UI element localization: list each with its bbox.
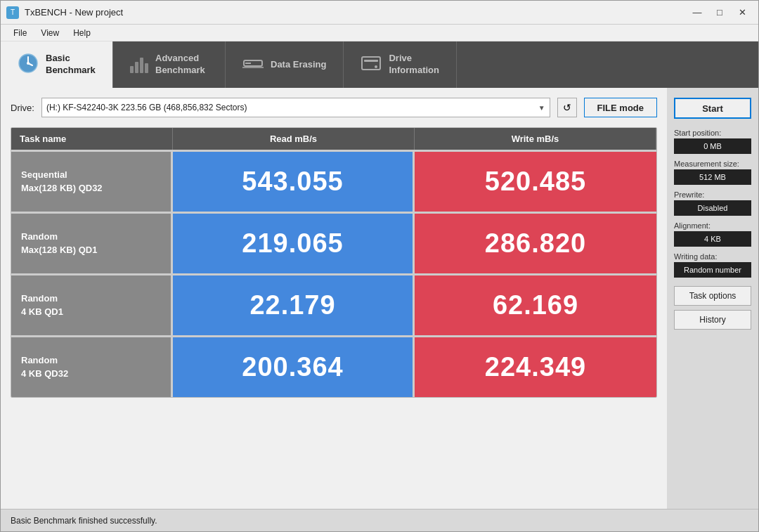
read-value-sequential: 543.055 (173, 152, 415, 212)
prewrite-label: Prewrite: (674, 190, 751, 199)
tab-bar: Basic Benchmark Advanced Benchmark (1, 41, 758, 88)
start-position-label: Start position: (674, 129, 751, 137)
menu-file[interactable]: File (6, 27, 34, 39)
table-row: SequentialMax(128 KB) QD32 543.055 520.4… (11, 150, 656, 212)
header-read: Read mB/s (173, 128, 415, 150)
benchmark-table: Task name Read mB/s Write mB/s Sequentia… (11, 127, 657, 398)
table-row: Random4 KB QD1 22.179 62.169 (11, 273, 656, 335)
svg-point-9 (375, 65, 377, 68)
tab-basic-benchmark-label: Basic Benchmark (46, 53, 96, 77)
maximize-button[interactable]: □ (709, 5, 730, 20)
prewrite-value: Disabled (674, 200, 751, 216)
svg-point-3 (27, 62, 30, 65)
chevron-down-icon: ▼ (538, 104, 545, 112)
header-task-name: Task name (11, 128, 173, 150)
drive-dropdown[interactable]: (H:) KF-S42240-3K 223.56 GB (468,856,832… (41, 98, 550, 117)
menu-bar: File View Help (1, 25, 758, 41)
svg-rect-8 (364, 60, 378, 62)
svg-rect-7 (362, 57, 380, 70)
tab-advanced-benchmark-label: Advanced Benchmark (155, 53, 205, 77)
status-message: Basic Benchmark finished successfully. (11, 516, 157, 526)
window-title: TxBENCH - New project (25, 7, 123, 18)
start-button[interactable]: Start (674, 98, 751, 119)
alignment-value: 4 KB (674, 231, 751, 247)
task-name-random-128k: RandomMax(128 KB) QD1 (11, 214, 173, 273)
write-value-random-4k-qd32: 224.349 (415, 337, 656, 397)
drive-refresh-button[interactable]: ↺ (557, 98, 577, 117)
clock-icon (18, 53, 39, 77)
tab-data-erasing[interactable]: Data Erasing (226, 41, 344, 88)
header-write: Write mB/s (415, 128, 656, 150)
writing-data-label: Writing data: (674, 252, 751, 261)
drive-bar: Drive: (H:) KF-S42240-3K 223.56 GB (468,… (11, 98, 657, 117)
bar-chart-icon (130, 56, 148, 73)
tab-advanced-benchmark[interactable]: Advanced Benchmark (113, 41, 226, 88)
tab-data-erasing-label: Data Erasing (271, 59, 326, 71)
file-mode-button[interactable]: FILE mode (584, 98, 657, 117)
read-value-random-128k: 219.065 (173, 214, 415, 273)
table-header: Task name Read mB/s Write mB/s (11, 128, 656, 150)
write-value-sequential: 520.485 (415, 152, 656, 212)
alignment-label: Alignment: (674, 221, 751, 230)
drive-select-value: (H:) KF-S42240-3K 223.56 GB (468,856,832… (46, 103, 247, 112)
erase-icon (242, 55, 264, 74)
measurement-size-label: Measurement size: (674, 160, 751, 168)
table-row: Random4 KB QD32 200.364 224.349 (11, 335, 656, 397)
app-icon: T (6, 6, 19, 19)
write-value-random-128k: 286.820 (415, 214, 656, 273)
writing-data-value: Random number (674, 262, 751, 278)
task-name-random-4k-qd32: Random4 KB QD32 (11, 337, 173, 397)
tab-basic-benchmark[interactable]: Basic Benchmark (1, 41, 113, 88)
read-value-random-4k-qd1: 22.179 (173, 275, 415, 335)
status-bar: Basic Benchmark finished successfully. (1, 509, 758, 531)
drive-label: Drive: (11, 103, 34, 113)
menu-view[interactable]: View (34, 27, 66, 39)
drive-icon (361, 54, 382, 75)
table-row: RandomMax(128 KB) QD1 219.065 286.820 (11, 212, 656, 273)
task-options-button[interactable]: Task options (674, 286, 751, 306)
minimize-button[interactable]: — (687, 5, 708, 20)
history-button[interactable]: History (674, 310, 751, 330)
measurement-size-value: 512 MB (674, 169, 751, 185)
close-button[interactable]: ✕ (732, 5, 753, 20)
read-value-random-4k-qd32: 200.364 (173, 337, 415, 397)
sidebar: Start Start position: 0 MB Measurement s… (667, 88, 758, 509)
task-name-sequential: SequentialMax(128 KB) QD32 (11, 152, 173, 212)
main-panel: Drive: (H:) KF-S42240-3K 223.56 GB (468,… (1, 88, 667, 509)
content-area: Drive: (H:) KF-S42240-3K 223.56 GB (468,… (1, 88, 758, 509)
menu-help[interactable]: Help (66, 27, 98, 39)
tab-drive-information-label: Drive Information (389, 53, 439, 77)
title-bar: T TxBENCH - New project — □ ✕ (1, 1, 758, 25)
task-name-random-4k-qd1: Random4 KB QD1 (11, 275, 173, 335)
start-position-value: 0 MB (674, 138, 751, 154)
write-value-random-4k-qd1: 62.169 (415, 275, 656, 335)
tab-drive-information[interactable]: Drive Information (344, 41, 457, 88)
window-controls: — □ ✕ (687, 5, 753, 20)
